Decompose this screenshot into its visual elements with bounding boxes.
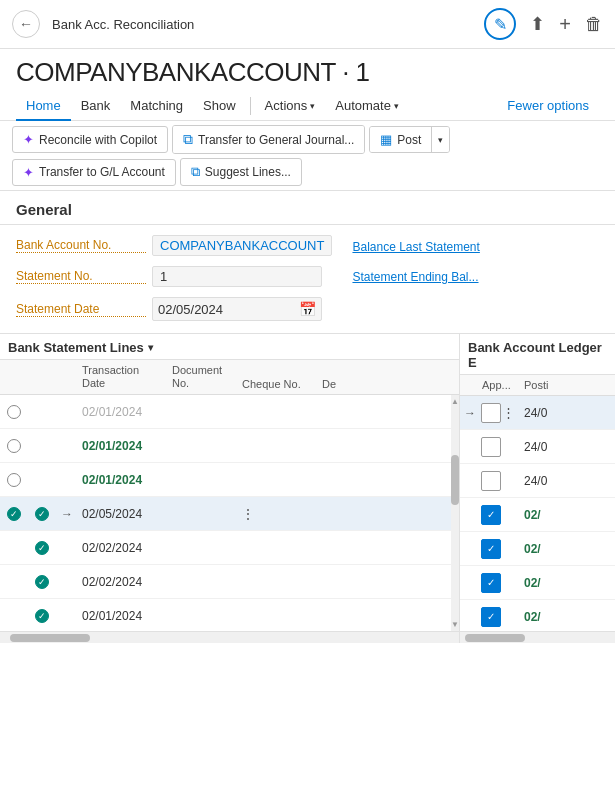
chevron-down-icon: ▾ bbox=[394, 101, 399, 111]
scroll-down-arrow[interactable]: ▼ bbox=[451, 620, 459, 629]
statement-date-row: Statement Date 02/05/2024 📅 bbox=[16, 293, 332, 325]
table-row[interactable]: ✓ 02/ bbox=[460, 566, 615, 600]
checkbox-checked-icon[interactable]: ✓ bbox=[481, 505, 501, 525]
right-horizontal-scrollbar[interactable] bbox=[460, 631, 615, 643]
vertical-scrollbar[interactable]: ▲ ▼ bbox=[451, 395, 459, 631]
row-date: 02/05/2024 bbox=[78, 507, 168, 521]
circle-icon bbox=[7, 439, 21, 453]
table-row[interactable]: 02/01/2024 bbox=[0, 395, 459, 429]
add-button[interactable]: + bbox=[559, 13, 571, 36]
row-date: 02/01/2024 bbox=[78, 609, 168, 623]
toolbar: ✦ Reconcile with Copilot ⧉ Transfer to G… bbox=[0, 121, 615, 191]
table-row[interactable]: → ⋮ 24/0 bbox=[460, 396, 615, 430]
statement-date-value: 02/05/2024 bbox=[158, 302, 295, 317]
table-row[interactable]: ✓ 02/01/2024 bbox=[0, 599, 459, 631]
row-date: 02/01/2024 bbox=[78, 405, 168, 419]
row-status: ✓ bbox=[28, 609, 56, 623]
edit-button[interactable]: ✎ bbox=[484, 8, 516, 40]
row-posting-date-green: 02/ bbox=[520, 576, 615, 590]
checkbox-checked-icon[interactable]: ✓ bbox=[481, 539, 501, 559]
row-select[interactable] bbox=[0, 405, 28, 419]
statement-ending-bal-link[interactable]: Statement Ending Bal... bbox=[352, 267, 479, 287]
row-date: 02/02/2024 bbox=[78, 541, 168, 555]
row-checkbox[interactable] bbox=[480, 437, 502, 457]
table-row[interactable]: ✓ 02/ bbox=[460, 532, 615, 566]
scroll-up-arrow[interactable]: ▲ bbox=[451, 397, 459, 406]
copilot-icon: ✦ bbox=[23, 132, 34, 147]
row-checkbox[interactable]: ✓ bbox=[480, 505, 502, 525]
circle-filled-icon: ✓ bbox=[7, 507, 21, 521]
tab-bank[interactable]: Bank bbox=[71, 92, 121, 121]
tab-home[interactable]: Home bbox=[16, 92, 71, 121]
row-select[interactable] bbox=[0, 473, 28, 487]
tab-matching[interactable]: Matching bbox=[120, 92, 193, 121]
checkbox-icon[interactable] bbox=[481, 403, 501, 423]
post-button[interactable]: ▦ Post bbox=[370, 127, 431, 152]
row-status: ✓ bbox=[28, 575, 56, 589]
table-row[interactable]: 24/0 bbox=[460, 464, 615, 498]
row-checkbox[interactable]: ✓ bbox=[480, 607, 502, 627]
delete-button[interactable]: 🗑 bbox=[585, 14, 603, 35]
tab-show[interactable]: Show bbox=[193, 92, 246, 121]
circle-filled-icon: ✓ bbox=[35, 609, 49, 623]
table-row[interactable]: ✓ 02/02/2024 bbox=[0, 531, 459, 565]
checkbox-checked-icon[interactable]: ✓ bbox=[481, 607, 501, 627]
row-checkbox[interactable] bbox=[480, 403, 502, 423]
bank-ledger-rows: → ⋮ 24/0 24/0 24/0 ✓ bbox=[460, 396, 615, 631]
statement-no-row: Statement No. 1 bbox=[16, 262, 332, 291]
top-bar: ← Bank Acc. Reconciliation ✎ ⬆ + 🗑 bbox=[0, 0, 615, 49]
table-row[interactable]: 02/01/2024 bbox=[0, 429, 459, 463]
balance-last-stmt-link[interactable]: Balance Last Statement bbox=[352, 237, 479, 257]
bank-statement-rows: 02/01/2024 02/01/2024 02/01/2024 ✓ ✓ → bbox=[0, 395, 459, 631]
transfer-journal-button[interactable]: ⧉ Transfer to General Journal... bbox=[173, 126, 364, 153]
row-posting-date-green: 02/ bbox=[520, 508, 615, 522]
transfer-journal-group: ⧉ Transfer to General Journal... bbox=[172, 125, 365, 154]
checkbox-icon[interactable] bbox=[481, 437, 501, 457]
row-date: 02/02/2024 bbox=[78, 575, 168, 589]
table-row[interactable]: ✓ 02/ bbox=[460, 498, 615, 532]
scroll-thumb bbox=[451, 455, 459, 505]
chevron-down-icon: ▾ bbox=[310, 101, 315, 111]
checkbox-icon[interactable] bbox=[481, 471, 501, 491]
tables-area: Bank Statement Lines ▾ Transaction Date … bbox=[0, 333, 615, 643]
tab-automate[interactable]: Automate ▾ bbox=[325, 92, 409, 121]
circle-filled-icon: ✓ bbox=[35, 575, 49, 589]
statement-date-input[interactable]: 02/05/2024 📅 bbox=[152, 297, 322, 321]
bank-account-value[interactable]: COMPANYBANKACCOUNT bbox=[152, 235, 332, 256]
row-arrow: → bbox=[460, 406, 480, 420]
transfer-gl-button[interactable]: ✦ Transfer to G/L Account bbox=[12, 159, 176, 186]
checkbox-checked-icon[interactable]: ✓ bbox=[481, 573, 501, 593]
general-section: General Bank Account No. COMPANYBANKACCO… bbox=[0, 191, 615, 325]
tab-fewer-options[interactable]: Fewer options bbox=[497, 92, 599, 121]
table-row[interactable]: ✓ ✓ → 02/05/2024 ⋮ bbox=[0, 497, 459, 531]
statement-no-value[interactable]: 1 bbox=[152, 266, 322, 287]
row-select[interactable]: ✓ bbox=[0, 507, 28, 521]
general-section-title: General bbox=[0, 191, 615, 224]
table-row[interactable]: 02/01/2024 bbox=[0, 463, 459, 497]
back-button[interactable]: ← bbox=[12, 10, 40, 38]
header-transaction-date: Transaction Date bbox=[78, 364, 168, 390]
row-checkbox[interactable] bbox=[480, 471, 502, 491]
tab-actions[interactable]: Actions ▾ bbox=[255, 92, 326, 121]
bank-account-label: Bank Account No. bbox=[16, 238, 146, 253]
horizontal-scrollbar[interactable] bbox=[0, 631, 459, 643]
row-posting-date: 24/0 bbox=[520, 406, 615, 420]
post-dropdown-arrow[interactable]: ▾ bbox=[431, 127, 449, 152]
table-row[interactable]: 24/0 bbox=[460, 430, 615, 464]
table-row[interactable]: ✓ 02/02/2024 bbox=[0, 565, 459, 599]
table-row[interactable]: ✓ 02/ bbox=[460, 600, 615, 631]
kebab-button[interactable]: ⋮ bbox=[502, 405, 520, 420]
row-checkbox[interactable]: ✓ bbox=[480, 539, 502, 559]
row-select[interactable] bbox=[0, 439, 28, 453]
page-title: COMPANYBANKACCOUNT · 1 bbox=[0, 49, 615, 92]
nav-tabs: Home Bank Matching Show Actions ▾ Automa… bbox=[0, 92, 615, 121]
section-divider bbox=[0, 224, 615, 225]
post-group: ▦ Post ▾ Transfer the lines from the c bbox=[369, 126, 450, 153]
kebab-menu-button[interactable]: ⋮ bbox=[238, 506, 258, 522]
circle-filled-icon: ✓ bbox=[35, 541, 49, 555]
row-checkbox[interactable]: ✓ bbox=[480, 573, 502, 593]
suggest-lines-button[interactable]: ⧉ Suggest Lines... bbox=[180, 158, 302, 186]
top-bar-title: Bank Acc. Reconciliation bbox=[52, 17, 472, 32]
share-button[interactable]: ⬆ bbox=[530, 13, 545, 35]
reconcile-copilot-button[interactable]: ✦ Reconcile with Copilot bbox=[12, 126, 168, 153]
